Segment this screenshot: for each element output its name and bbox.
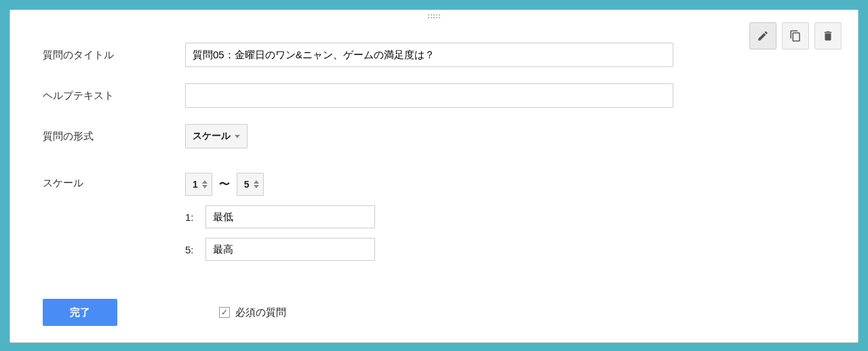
scale-area: 1 〜 5 1:: [185, 173, 375, 261]
question-title-input[interactable]: [185, 43, 673, 67]
duplicate-button[interactable]: [782, 22, 809, 49]
scale-min-value: 1: [193, 179, 198, 190]
required-label: 必須の質問: [235, 306, 286, 319]
label-scale: スケール: [43, 173, 185, 190]
row-help-text: ヘルプテキスト: [43, 83, 836, 108]
done-button[interactable]: 完了: [43, 299, 117, 326]
scale-max-number: 5:: [185, 244, 197, 255]
scale-max-label-input[interactable]: [205, 238, 375, 261]
edit-icon: [757, 30, 769, 42]
chevron-down-icon: [235, 135, 240, 138]
row-question-type: 質問の形式 スケール: [43, 124, 836, 148]
label-question-type: 質問の形式: [43, 130, 185, 143]
help-text-input[interactable]: [185, 83, 673, 108]
scale-min-stepper[interactable]: 1: [185, 173, 212, 196]
scale-range: 1 〜 5: [185, 173, 375, 196]
label-question-title: 質問のタイトル: [43, 49, 185, 62]
stepper-arrows-icon: [254, 180, 259, 188]
scale-min-number: 1:: [185, 211, 197, 223]
required-toggle[interactable]: ✓ 必須の質問: [219, 306, 286, 319]
question-type-value: スケール: [193, 130, 231, 142]
toolbar: [749, 22, 842, 49]
footer: 完了 ✓ 必須の質問: [43, 299, 836, 326]
edit-button[interactable]: [749, 22, 776, 49]
scale-min-label-row: 1:: [185, 205, 375, 228]
form-rows: 質問のタイトル ヘルプテキスト 質問の形式 スケール スケール 1: [43, 43, 836, 261]
scale-max-stepper[interactable]: 5: [237, 173, 264, 196]
trash-icon: [822, 30, 834, 42]
checkbox-icon: ✓: [219, 307, 230, 318]
question-type-dropdown[interactable]: スケール: [185, 124, 248, 148]
copy-icon: [789, 30, 802, 42]
label-help-text: ヘルプテキスト: [43, 89, 185, 102]
row-scale: スケール 1 〜 5: [43, 173, 836, 261]
scale-max-value: 5: [244, 179, 250, 190]
scale-min-label-input[interactable]: [205, 205, 375, 228]
delete-button[interactable]: [814, 22, 842, 49]
scale-max-label-row: 5:: [185, 238, 375, 261]
stepper-arrows-icon: [202, 180, 208, 188]
row-question-title: 質問のタイトル: [43, 43, 836, 67]
drag-handle-icon[interactable]: [428, 14, 440, 18]
range-separator: 〜: [219, 178, 230, 192]
question-editor-card: 質問のタイトル ヘルプテキスト 質問の形式 スケール スケール 1: [9, 9, 859, 343]
